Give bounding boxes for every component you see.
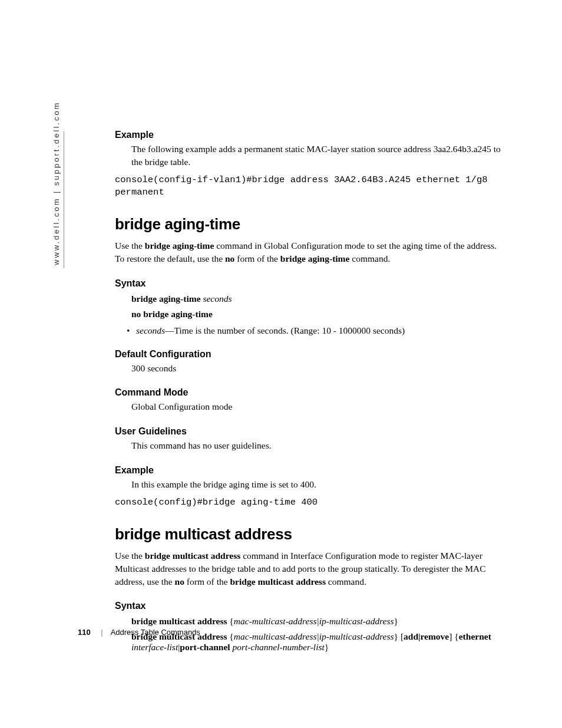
footer-separator-icon: |	[101, 628, 103, 637]
syntax-line-3: bridge multicast address {mac-multicast-…	[131, 616, 504, 627]
syntax-param: seconds	[203, 294, 232, 304]
sidebar-divider	[64, 131, 64, 268]
syntax-command: no bridge aging-time	[131, 309, 213, 319]
brace: {	[227, 616, 233, 626]
no-keyword: no	[175, 577, 184, 587]
footer-section-name: Address Table Commands	[111, 628, 200, 637]
syntax-param: mac-multicast-address|ip-multicast-addre…	[234, 616, 394, 626]
text: command.	[349, 253, 390, 263]
text: Use the	[115, 241, 145, 251]
user-guidelines-text: This command has no user guidelines.	[131, 439, 504, 452]
ethernet-kw: ethernet	[459, 631, 491, 641]
brace: ] {	[449, 631, 458, 641]
cmd-name: bridge multicast address	[145, 551, 240, 561]
section-title-multicast: bridge multicast address	[115, 525, 504, 543]
command-mode-text: Global Configuration mode	[131, 400, 504, 413]
text: form of the	[184, 577, 230, 587]
param-bullet: •seconds—Time is the number of seconds. …	[127, 325, 504, 336]
port-channel-kw: port-channel	[180, 642, 230, 652]
param-desc: —Time is the number of seconds. (Range: …	[165, 325, 405, 335]
text: command.	[326, 577, 366, 587]
syntax-heading: Syntax	[115, 278, 504, 289]
cmd-name: bridge aging-time	[145, 241, 214, 251]
multicast-intro: Use the bridge multicast address command…	[115, 549, 504, 588]
syntax-command: bridge multicast address	[131, 616, 227, 626]
brace: }	[325, 642, 329, 652]
port-channel-list: port-channel-number-list	[232, 642, 324, 652]
section-title-aging: bridge aging-time	[115, 215, 504, 233]
brace: } [	[394, 631, 404, 641]
param-name: seconds	[136, 325, 165, 335]
code-example-1: console(config-if-vlan1)#bridge address …	[115, 174, 504, 199]
page-number: 110	[78, 628, 91, 637]
cmd-name: bridge multicast address	[230, 577, 325, 587]
code-example-2: console(config)#bridge aging-time 400	[115, 496, 504, 509]
cmd-name: bridge aging-time	[280, 253, 350, 263]
sidebar-url: www.dell.com | support.dell.com	[52, 101, 61, 265]
page-content: Example The following example adds a per…	[115, 130, 504, 657]
syntax-param: mac-multicast-address|ip-multicast-addre…	[234, 631, 394, 641]
example-heading: Example	[115, 130, 504, 140]
example-text: The following example adds a permanent s…	[131, 143, 504, 168]
bullet-icon: •	[127, 325, 136, 336]
text: Use the	[115, 551, 145, 561]
command-mode-heading: Command Mode	[115, 387, 504, 398]
text: form of the	[234, 253, 280, 263]
syntax-heading-2: Syntax	[115, 601, 504, 611]
add-remove: add|remove	[404, 631, 449, 641]
syntax-command: bridge aging-time	[131, 294, 203, 304]
default-config-text: 300 seconds	[131, 362, 504, 375]
no-keyword: no	[225, 253, 234, 263]
example-text-2: In this example the bridge aging time is…	[131, 478, 504, 491]
brace: }	[394, 616, 398, 626]
user-guidelines-heading: User Guidelines	[115, 426, 504, 437]
example-heading-2: Example	[115, 465, 504, 476]
syntax-line-2: no bridge aging-time	[131, 309, 504, 319]
aging-intro: Use the bridge aging-time command in Glo…	[115, 239, 504, 265]
syntax-line-1: bridge aging-time seconds	[131, 294, 504, 304]
page-footer: 110 | Address Table Commands	[78, 628, 200, 637]
interface-list: interface-list	[131, 642, 178, 652]
default-config-heading: Default Configuration	[115, 349, 504, 360]
brace: {	[227, 631, 233, 641]
